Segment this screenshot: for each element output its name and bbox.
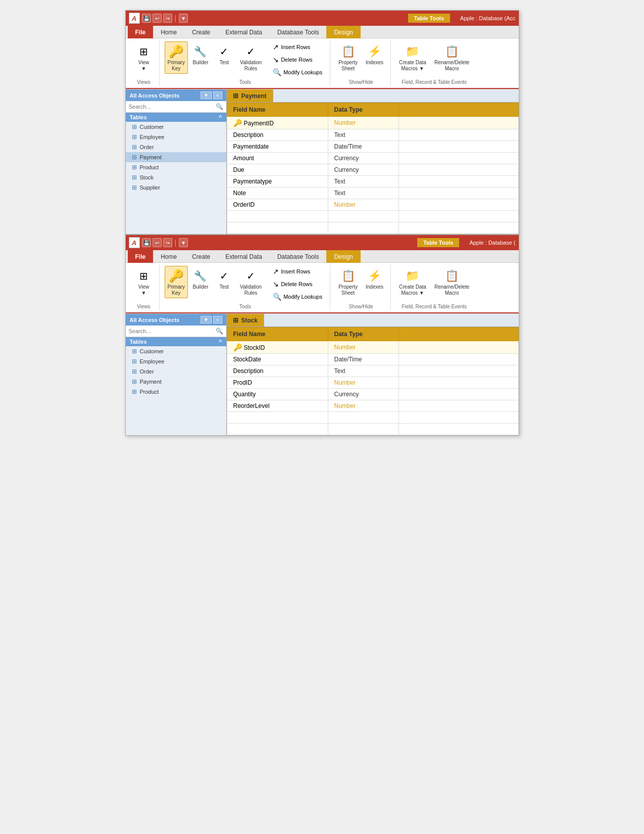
builder-button[interactable]: 🔧 Builder bbox=[189, 41, 212, 68]
tables-section-header[interactable]: Tables ^ bbox=[126, 113, 226, 122]
undo-btn[interactable]: ↩ bbox=[153, 14, 162, 23]
modify-lookups-button[interactable]: 🔍 Modify Lookups bbox=[269, 291, 326, 302]
tab-database tools[interactable]: Database Tools bbox=[270, 26, 327, 38]
indexes-button[interactable]: ⚡ Indexes bbox=[363, 41, 386, 68]
tab-design[interactable]: Design bbox=[326, 26, 360, 38]
nav-item-label: Employee bbox=[140, 358, 165, 364]
tables-section-header[interactable]: Tables ^ bbox=[126, 337, 226, 346]
create-data-macros-button[interactable]: 📁 Create DataMacros ▼ bbox=[396, 266, 429, 298]
table-row[interactable]: StockDateDate/Time bbox=[227, 354, 518, 365]
nav-collapse-button[interactable]: « bbox=[213, 316, 222, 323]
redo-btn[interactable]: ↪ bbox=[163, 238, 172, 247]
empty-cell bbox=[399, 222, 518, 234]
ribbon-group-views: ⊞ View▼ Views bbox=[129, 40, 160, 86]
nav-filter-button[interactable]: ▼ bbox=[201, 91, 212, 99]
nav-filter-button[interactable]: ▼ bbox=[201, 316, 212, 323]
nav-item-payment[interactable]: ⊞ Payment bbox=[126, 152, 226, 162]
builder-label: Builder bbox=[192, 284, 208, 290]
field-name-cell: ProdID bbox=[227, 377, 328, 389]
create-data-macros-button[interactable]: 📁 Create DataMacros ▼ bbox=[396, 41, 429, 74]
primary-key-button[interactable]: 🔑 PrimaryKey bbox=[165, 41, 188, 74]
modify-lookups-button[interactable]: 🔍 Modify Lookups bbox=[269, 67, 326, 78]
views-group-label: Views bbox=[137, 304, 151, 309]
test-button[interactable]: ✓ Test bbox=[213, 266, 235, 292]
nav-item-customer[interactable]: ⊞ Customer bbox=[126, 346, 226, 356]
active-table-tab[interactable]: ⊞ Stock bbox=[227, 314, 265, 327]
table-row[interactable]: PaymentatypeText bbox=[227, 176, 518, 188]
table-row[interactable]: ProdIDNumber bbox=[227, 377, 518, 389]
property-sheet-button[interactable]: 📋 PropertySheet bbox=[335, 41, 361, 74]
delete-rows-button[interactable]: ↘ Delete Rows bbox=[269, 279, 326, 290]
tab-create[interactable]: Create bbox=[184, 250, 218, 263]
nav-item-employee[interactable]: ⊞ Employee bbox=[126, 356, 226, 366]
property-sheet-button[interactable]: 📋 PropertySheet bbox=[335, 266, 361, 298]
active-table-tab[interactable]: ⊞ Payment bbox=[227, 89, 273, 102]
delete-rows-button[interactable]: ↘ Delete Rows bbox=[269, 54, 326, 65]
nav-collapse-button[interactable]: « bbox=[213, 91, 222, 99]
table-tab-label: Payment bbox=[241, 92, 267, 100]
validation-button[interactable]: ✓ ValidationRules bbox=[237, 266, 265, 298]
table-row[interactable]: OrderIDNumber bbox=[227, 199, 518, 211]
table-row[interactable]: 🔑StockIDNumber bbox=[227, 341, 518, 354]
table-row[interactable]: PaymentdateDate/Time bbox=[227, 141, 518, 153]
save-btn[interactable]: 💾 bbox=[142, 238, 151, 247]
nav-item-order[interactable]: ⊞ Order bbox=[126, 366, 226, 377]
rename-macro-button[interactable]: 📋 Rename/DeleteMacro bbox=[431, 41, 472, 74]
table-row[interactable]: 🔑PaymentIDNumber bbox=[227, 117, 518, 129]
builder-button[interactable]: 🔧 Builder bbox=[189, 266, 212, 292]
nav-item-supplier[interactable]: ⊞ Supplier bbox=[126, 182, 226, 193]
tab-create[interactable]: Create bbox=[184, 26, 218, 38]
table-row[interactable]: AmountCurrency bbox=[227, 153, 518, 164]
tools-group-label: Tools bbox=[239, 79, 251, 85]
undo-btn[interactable]: ↩ bbox=[153, 238, 162, 247]
nav-header-buttons: ▼ « bbox=[201, 316, 222, 323]
test-button[interactable]: ✓ Test bbox=[213, 41, 235, 68]
insert-rows-button[interactable]: ↗ Insert Rows bbox=[269, 41, 326, 53]
table-row[interactable]: QuantityCurrency bbox=[227, 389, 518, 400]
table-tab-label: Stock bbox=[241, 317, 258, 324]
tab-file[interactable]: File bbox=[128, 250, 154, 263]
table-row[interactable]: NoteText bbox=[227, 188, 518, 199]
nav-item-product[interactable]: ⊞ Product bbox=[126, 162, 226, 172]
tab-design[interactable]: Design bbox=[326, 250, 360, 263]
table-row[interactable]: DescriptionText bbox=[227, 129, 518, 141]
validation-icon: ✓ bbox=[243, 268, 259, 284]
nav-item-order[interactable]: ⊞ Order bbox=[126, 142, 226, 152]
create-macros-label: Create DataMacros ▼ bbox=[399, 284, 426, 296]
tab-home[interactable]: Home bbox=[153, 250, 184, 263]
nav-item-stock[interactable]: ⊞ Stock bbox=[126, 172, 226, 182]
nav-item-product[interactable]: ⊞ Product bbox=[126, 387, 226, 397]
nav-item-customer[interactable]: ⊞ Customer bbox=[126, 122, 226, 132]
ribbon-tabs: FileHomeCreateExternal DataDatabase Tool… bbox=[126, 250, 519, 263]
tab-external data[interactable]: External Data bbox=[218, 250, 270, 263]
nav-item-label: Supplier bbox=[140, 184, 160, 191]
test-label: Test bbox=[220, 284, 229, 290]
nav-search-input[interactable] bbox=[129, 328, 214, 334]
menu-btn[interactable]: ▼ bbox=[179, 14, 188, 23]
view-button[interactable]: ⊞ View▼ bbox=[133, 41, 155, 74]
nav-item-employee[interactable]: ⊞ Employee bbox=[126, 132, 226, 142]
table-row[interactable]: DescriptionText bbox=[227, 365, 518, 377]
delete-rows-icon: ↘ bbox=[273, 280, 279, 288]
rename-macro-button[interactable]: 📋 Rename/DeleteMacro bbox=[431, 266, 472, 298]
nav-item-label: Product bbox=[140, 164, 159, 170]
nav-item-payment[interactable]: ⊞ Payment bbox=[126, 377, 226, 387]
menu-btn[interactable]: ▼ bbox=[179, 238, 188, 247]
primary-key-button[interactable]: 🔑 PrimaryKey bbox=[165, 266, 188, 298]
save-btn[interactable]: 💾 bbox=[142, 14, 151, 23]
validation-button[interactable]: ✓ ValidationRules bbox=[237, 41, 265, 74]
tab-database tools[interactable]: Database Tools bbox=[270, 250, 327, 263]
view-button[interactable]: ⊞ View▼ bbox=[133, 266, 155, 298]
field-name-cell: Quantity bbox=[227, 389, 328, 400]
indexes-button[interactable]: ⚡ Indexes bbox=[363, 266, 386, 292]
tab-file[interactable]: File bbox=[128, 26, 154, 38]
tab-home[interactable]: Home bbox=[153, 26, 184, 38]
tab-external data[interactable]: External Data bbox=[218, 26, 270, 38]
redo-btn[interactable]: ↪ bbox=[163, 14, 172, 23]
table-row[interactable]: ReorderLevelNumber bbox=[227, 400, 518, 412]
table-row[interactable]: DueCurrency bbox=[227, 164, 518, 176]
nav-search-input[interactable] bbox=[129, 104, 214, 110]
nav-pane-header: All Access Objects ▼ « bbox=[126, 89, 226, 101]
table-row-empty bbox=[227, 424, 518, 435]
insert-rows-button[interactable]: ↗ Insert Rows bbox=[269, 266, 326, 277]
